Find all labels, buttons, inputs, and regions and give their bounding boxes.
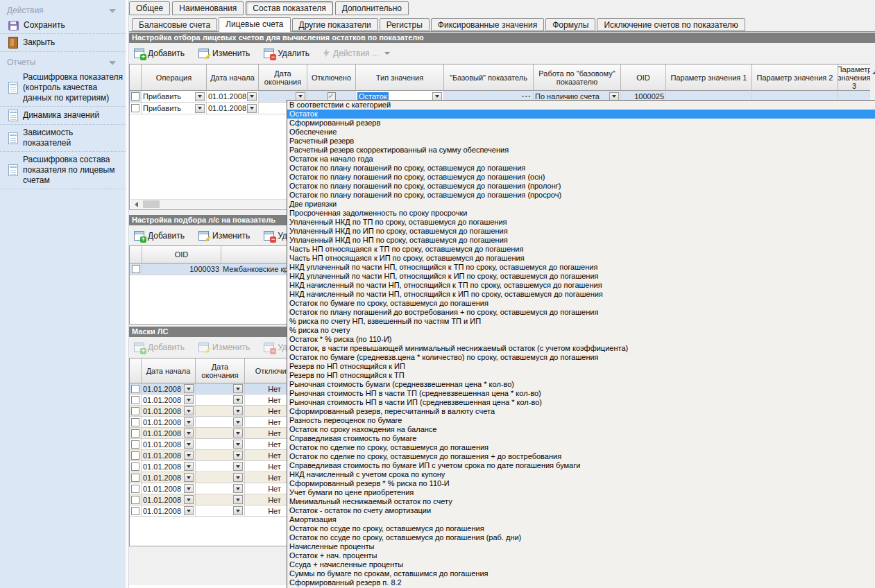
date-end-column-header[interactable]: Дата окончания — [196, 358, 245, 383]
row-checkbox[interactable] — [131, 407, 139, 415]
dropdown-item[interactable]: Сформированный резерв, пересчитанный в в… — [287, 407, 875, 416]
dropdown-item[interactable]: НКД уплаченный по части НП, относящийся … — [287, 263, 875, 272]
row-checkbox[interactable] — [131, 474, 139, 482]
column-header[interactable]: Параметр значения 3 — [838, 64, 870, 91]
column-header[interactable]: Тип значения — [356, 64, 444, 91]
date-start-dropdown-button[interactable] — [184, 406, 194, 415]
date-end-cell[interactable] — [196, 494, 245, 505]
operation-cell[interactable]: Прибавить — [142, 103, 207, 114]
tab[interactable]: Состав показателя — [246, 1, 332, 15]
operation-dropdown-button[interactable] — [195, 104, 205, 113]
sidebar-item[interactable]: Расшифровка показателя (контроль качеств… — [0, 69, 126, 107]
date-start-cell[interactable]: 01.01.2008 — [142, 406, 196, 417]
column-header[interactable]: Отключено — [307, 64, 356, 91]
sidebar-item[interactable]: Зависимость показателей — [0, 125, 126, 152]
date-start-dropdown-button[interactable] — [247, 92, 257, 101]
date-end-dropdown-button[interactable] — [233, 384, 243, 393]
date-start-dropdown-button[interactable] — [184, 495, 194, 504]
date-end-cell[interactable] — [196, 472, 245, 483]
column-header[interactable]: Дата начала — [207, 64, 259, 91]
date-end-dropdown-button[interactable] — [233, 473, 243, 482]
tab[interactable]: Фиксированные значения — [431, 18, 544, 31]
column-header[interactable]: Параметр значения 2 — [752, 64, 838, 91]
dropdown-item[interactable]: НКД уплаченный по части НП, относящийся … — [287, 272, 875, 281]
column-header[interactable]: Дата окончания — [259, 64, 307, 91]
date-start-cell[interactable]: 01.01.2008 — [142, 417, 196, 428]
date-end-dropdown-button[interactable] — [233, 395, 243, 404]
oid-cell[interactable]: 1000033 — [142, 263, 221, 275]
row-checkbox[interactable] — [131, 104, 139, 112]
date-start-cell[interactable]: 01.01.2008 — [142, 472, 196, 483]
row-checkbox[interactable] — [131, 440, 139, 449]
dropdown-item[interactable]: Остаток — [287, 110, 875, 119]
date-start-dropdown-button[interactable] — [184, 473, 194, 482]
dropdown-item[interactable]: Часть НП относящаяся к ИП по сроку, оста… — [287, 254, 875, 263]
dropdown-item[interactable]: В соответствии с категорией — [287, 101, 875, 110]
date-start-cell[interactable]: 01.01.2008 — [142, 494, 196, 505]
row-checkbox[interactable] — [131, 496, 139, 504]
date-start-cell[interactable]: 01.01.2008 — [207, 103, 259, 114]
edit-button[interactable]: Изменить — [198, 231, 250, 241]
row-checkbox[interactable] — [131, 429, 139, 438]
row-checkbox[interactable] — [131, 418, 139, 426]
row-checkbox[interactable] — [131, 462, 139, 471]
dropdown-item[interactable]: Расчетный резерв скорректированный на су… — [287, 146, 875, 155]
dropdown-item[interactable]: Начисленные проценты — [287, 542, 875, 551]
date-end-cell[interactable] — [196, 428, 245, 439]
date-start-column-header[interactable]: Дата начала — [142, 358, 196, 383]
date-start-cell[interactable]: 01.01.2008 — [142, 439, 196, 450]
dropdown-item[interactable]: Остаток по бумаге по сроку, оставшемуся … — [287, 299, 875, 308]
date-start-cell[interactable]: 01.01.2008 — [142, 483, 196, 494]
dropdown-item[interactable]: Остаток по бумаге (средневзв.цена * коли… — [287, 353, 875, 362]
dropdown-item[interactable]: Остаток по плану погашений по сроку, ост… — [287, 191, 875, 200]
dropdown-item[interactable]: НКД начисленный по части НП, относящийся… — [287, 281, 875, 290]
date-end-cell[interactable] — [196, 483, 245, 494]
dropdown-item[interactable]: Остаток, в части превышающей минимальный… — [287, 344, 875, 353]
date-start-dropdown-button[interactable] — [184, 484, 194, 493]
dropdown-item[interactable]: Остаток по плану погашений по сроку, ост… — [287, 182, 875, 191]
date-start-cell[interactable]: 01.01.2008 — [207, 91, 259, 103]
date-start-dropdown-button[interactable] — [184, 451, 194, 460]
dropdown-item[interactable]: Остаток по плану погашений до востребова… — [287, 308, 875, 317]
dropdown-item[interactable]: Суммы по бумаге по срокам, оставшимся до… — [287, 569, 875, 578]
dropdown-item[interactable]: Справедливая стоимость по бумаге ИП с уч… — [287, 461, 875, 470]
date-end-dropdown-button[interactable] — [233, 406, 243, 415]
dropdown-item[interactable]: Часть НП относящаяся к ТП по сроку, оста… — [287, 245, 875, 254]
dropdown-item[interactable]: Разность переоценок по бумаге — [287, 416, 875, 425]
date-start-dropdown-button[interactable] — [184, 384, 194, 393]
dropdown-item[interactable]: Остаток * % риска (по 110-И) — [287, 335, 875, 344]
row-checkbox[interactable] — [131, 385, 139, 393]
dropdown-item[interactable]: Обеспечение — [287, 128, 875, 137]
dropdown-item[interactable]: Остаток - остаток по счету амортизации — [287, 506, 875, 515]
dropdown-item[interactable]: Уплаченный НКД по ТП по сроку, оставшему… — [287, 218, 875, 227]
delete-button[interactable]: Удалить — [264, 49, 309, 58]
dropdown-item[interactable]: Уплаченный НКД по ИП по сроку, оставшему… — [287, 227, 875, 236]
date-end-cell[interactable] — [196, 439, 245, 450]
tab[interactable]: Другие показатели — [292, 18, 378, 31]
dropdown-item[interactable]: Расчетный резерв — [287, 137, 875, 146]
tab[interactable]: Формулы — [545, 18, 595, 31]
tab[interactable]: Наименования — [172, 1, 244, 15]
dropdown-item[interactable]: Рыночная стоимость бумаги (средневзвешен… — [287, 380, 875, 389]
sidebar-item[interactable]: Динамика значений — [0, 107, 126, 125]
date-start-dropdown-button[interactable] — [184, 429, 194, 438]
dropdown-item[interactable]: Учет бумаги по цене приобретения — [287, 488, 875, 497]
date-end-dropdown-button[interactable] — [233, 495, 243, 504]
dropdown-item[interactable]: Уплаченный НКД по НП по сроку, оставшему… — [287, 236, 875, 245]
tab[interactable]: Регистры — [380, 18, 430, 31]
date-end-dropdown-button[interactable] — [233, 417, 243, 426]
date-end-cell[interactable] — [196, 383, 245, 395]
date-end-cell[interactable] — [196, 406, 245, 417]
dropdown-item[interactable]: Сформированный резерв п. 8.2 — [287, 578, 875, 587]
date-end-cell[interactable] — [196, 417, 245, 428]
dropdown-item[interactable]: Сформированный резерв * % риска по 110-И — [287, 479, 875, 488]
date-end-dropdown-button[interactable] — [233, 462, 243, 471]
date-start-dropdown-button[interactable] — [184, 462, 194, 471]
row-checkbox[interactable] — [131, 507, 139, 515]
column-header[interactable]: Параметр значения 1 — [666, 64, 752, 91]
dropdown-item[interactable]: Амортизация — [287, 515, 875, 524]
date-end-dropdown-button[interactable] — [233, 440, 243, 449]
dropdown-item[interactable]: Остаток по сделке по сроку, оставшемуся … — [287, 443, 875, 452]
dropdown-item[interactable]: % риска по счету НП, взвешенный по частя… — [287, 317, 875, 326]
operation-dropdown-button[interactable] — [195, 92, 205, 101]
